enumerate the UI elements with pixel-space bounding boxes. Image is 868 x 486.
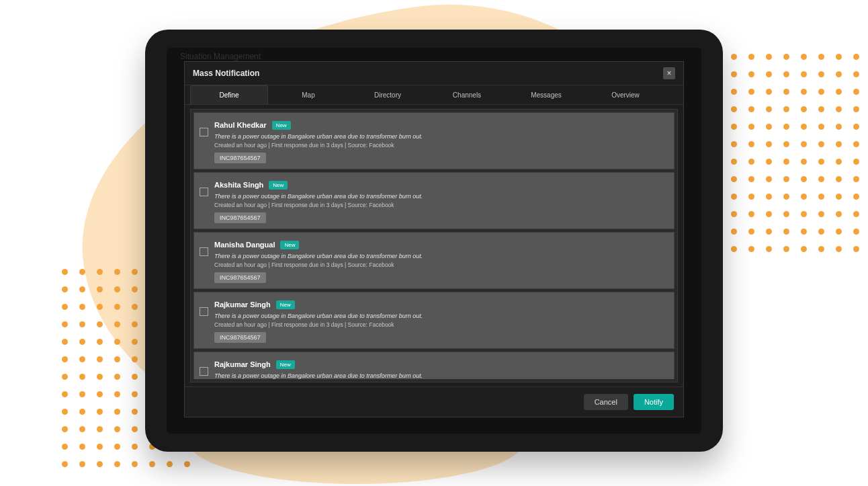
row-meta: Created an hour ago | First response due… (214, 202, 667, 208)
tab-map[interactable]: Map (269, 85, 347, 104)
list-item[interactable]: Rajkumar SinghNewThere is a power outage… (193, 352, 675, 379)
screen: Situation Management Mass Notification ×… (167, 48, 701, 434)
list-item[interactable]: Akshita SinghNewThere is a power outage … (193, 172, 675, 229)
status-badge: New (272, 121, 291, 130)
close-icon[interactable]: × (663, 67, 675, 79)
incident-ref-chip[interactable]: INC987654567 (214, 153, 266, 163)
list-item[interactable]: Rahul KhedkarNewThere is a power outage … (193, 112, 675, 169)
cancel-button[interactable]: Cancel (584, 394, 628, 410)
tab-messages[interactable]: Messages (507, 85, 585, 104)
list-item[interactable]: Rajkumar SinghNewThere is a power outage… (193, 292, 675, 349)
status-badge: New (276, 360, 295, 369)
row-checkbox[interactable] (200, 307, 208, 316)
row-meta: Created an hour ago | First response due… (214, 321, 667, 328)
row-meta: Created an hour ago | First response due… (214, 142, 667, 149)
row-name: Rajkumar Singh (214, 360, 271, 368)
row-checkbox[interactable] (200, 247, 208, 256)
modal-header: Mass Notification × (185, 62, 683, 85)
tablet-frame: Situation Management Mass Notification ×… (145, 30, 723, 452)
row-description: There is a power outage in Bangalore urb… (214, 313, 667, 319)
row-name: Akshita Singh (214, 181, 263, 189)
row-checkbox[interactable] (200, 128, 208, 136)
incident-ref-chip[interactable]: INC987654567 (214, 332, 266, 343)
modal-footer: Cancel Notify (185, 387, 683, 417)
row-name: Rajkumar Singh (214, 300, 271, 309)
mass-notification-modal: Mass Notification × DefineMapDirectoryCh… (184, 61, 684, 417)
incident-ref-chip[interactable]: INC987654567 (214, 272, 266, 283)
row-description: There is a power outage in Bangalore urb… (214, 372, 667, 379)
row-description: There is a power outage in Bangalore urb… (214, 253, 667, 259)
notify-button[interactable]: Notify (634, 394, 674, 410)
modal-title: Mass Notification (193, 69, 259, 78)
row-checkbox[interactable] (200, 188, 208, 196)
row-description: There is a power outage in Bangalore urb… (214, 193, 667, 200)
status-badge: New (276, 300, 295, 309)
row-checkbox[interactable] (200, 367, 208, 376)
row-description: There is a power outage in Bangalore urb… (214, 133, 667, 140)
tab-overview[interactable]: Overview (587, 85, 664, 104)
notification-list: Rahul KhedkarNewThere is a power outage … (190, 109, 678, 382)
status-badge: New (269, 181, 288, 190)
tab-directory[interactable]: Directory (349, 85, 427, 104)
row-meta: Created an hour ago | First response due… (214, 261, 667, 268)
dot-grid (731, 54, 863, 255)
list-scroll: Rahul KhedkarNewThere is a power outage … (193, 112, 675, 379)
incident-ref-chip[interactable]: INC987654567 (214, 212, 266, 223)
tab-define[interactable]: Define (190, 85, 268, 104)
status-badge: New (280, 241, 299, 249)
tab-bar: DefineMapDirectoryChannelsMessagesOvervi… (185, 85, 683, 105)
tab-channels[interactable]: Channels (428, 85, 506, 104)
row-name: Rahul Khedkar (214, 121, 267, 129)
row-name: Manisha Dangual (214, 241, 275, 249)
list-item[interactable]: Manisha DangualNewThere is a power outag… (193, 232, 675, 289)
